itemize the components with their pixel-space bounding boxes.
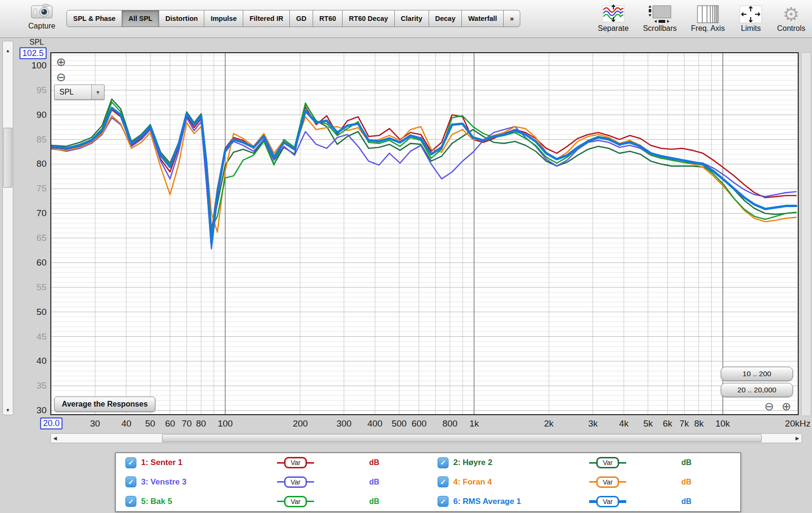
trace-line-stub: [307, 481, 314, 483]
legend-label: 2: Høyre 2: [453, 458, 572, 467]
y-tick-label: 75: [37, 183, 47, 194]
capture-button[interactable]: Capture: [21, 2, 63, 30]
y-tick-label: 35: [37, 380, 47, 391]
tab-waterfall[interactable]: Waterfall: [461, 10, 504, 27]
x-axis-min-field[interactable]: 20.0: [40, 418, 62, 429]
scroll-down-arrow-icon[interactable]: ▼: [3, 408, 13, 413]
spl-mode-dropdown[interactable]: SPL ▼: [54, 85, 105, 100]
var-control: Var: [572, 457, 643, 468]
x-tick-label: 4k: [619, 418, 629, 429]
y-tick-label: 40: [37, 356, 47, 366]
scroll-up-arrow-icon[interactable]: ▲: [3, 48, 13, 53]
legend-checkbox[interactable]: ✓: [438, 476, 449, 487]
tab-[interactable]: »: [503, 10, 520, 27]
x-tick-label: 800: [442, 418, 458, 429]
x-tick-label: 1k: [469, 418, 479, 429]
zoom-in-x-icon[interactable]: ⊕: [782, 400, 791, 413]
x-tick-label: 300: [336, 418, 352, 429]
trace-line-stub: [307, 501, 314, 502]
tab-gd[interactable]: GD: [289, 10, 313, 27]
x-tick-label: 500: [392, 418, 407, 429]
y-tick-label: 50: [37, 307, 47, 317]
dropdown-arrow-icon[interactable]: ▼: [91, 85, 104, 99]
scroll-right-arrow-icon[interactable]: ▶: [795, 434, 799, 443]
var-button[interactable]: Var: [596, 457, 620, 468]
spl-chart: [51, 53, 798, 414]
var-button[interactable]: Var: [284, 457, 307, 468]
y-tick-label: 80: [37, 159, 47, 169]
legend-checkbox[interactable]: ✓: [125, 476, 136, 487]
tab-decay[interactable]: Decay: [429, 10, 462, 27]
tab-rt60[interactable]: RT60: [313, 10, 343, 27]
scrollbars-button[interactable]: Scrollbars: [643, 2, 677, 33]
controls-button[interactable]: ⚙ Controls: [777, 2, 805, 33]
var-control: Var: [260, 496, 331, 507]
x-tick-label: 200: [293, 418, 308, 429]
x-tick-label: 3k: [588, 418, 598, 429]
trace-line-stub: [277, 481, 284, 483]
unit-label: dB: [681, 497, 691, 506]
x-tick-label: 600: [411, 418, 427, 429]
trace-line-stub: [589, 462, 596, 464]
trace-line-stub: [619, 500, 626, 503]
y-tick-label: 90: [37, 110, 47, 120]
legend-label: 5: Bak 5: [141, 497, 260, 506]
horizontal-scrollbar[interactable]: ◀ ▶: [50, 433, 802, 443]
tab-spl-phase[interactable]: SPL & Phase: [67, 10, 122, 27]
freq-axis-button[interactable]: Freq. Axis: [691, 2, 725, 33]
trace-line-stub: [277, 501, 284, 502]
x-tick-label: 5k: [643, 418, 653, 429]
x-tick-label: 20kHz: [785, 418, 811, 429]
tab-filtered-ir[interactable]: Filtered IR: [243, 10, 290, 27]
legend-label: 1: Senter 1: [141, 458, 260, 467]
var-button[interactable]: Var: [596, 476, 620, 488]
vertical-scrollbar-thumb[interactable]: [3, 128, 12, 188]
gear-icon: ⚙: [783, 5, 800, 24]
range-20-20000-button[interactable]: 20 .. 20,000: [721, 383, 793, 397]
legend-item: ✓2: Høyre 2VardB: [428, 453, 740, 473]
zoom-out-x-icon[interactable]: ⊖: [764, 400, 774, 413]
var-button[interactable]: Var: [596, 496, 620, 507]
legend-item: ✓5: Bak 5VardB: [116, 492, 428, 511]
trace-line-stub: [619, 481, 626, 483]
unit-label: dB: [369, 497, 379, 506]
spl-mode-value: SPL: [55, 85, 91, 99]
limits-button[interactable]: Limits: [739, 2, 763, 33]
scroll-left-arrow-icon[interactable]: ◀: [53, 434, 57, 443]
legend-checkbox[interactable]: ✓: [125, 496, 136, 507]
horizontal-scrollbar-thumb[interactable]: [162, 434, 762, 442]
legend-checkbox[interactable]: ✓: [438, 457, 449, 468]
var-control: Var: [260, 476, 331, 488]
range-10-200-button[interactable]: 10 .. 200: [721, 367, 793, 381]
y-tick-label: 65: [37, 233, 47, 243]
zoom-in-y-icon[interactable]: ⊕: [56, 56, 66, 68]
rew-all-spl-window: { "toolbar": { "capture_label": "Capture…: [0, 0, 812, 513]
x-axis: 20.03040506070801002003004005006008001k2…: [51, 416, 802, 431]
var-button[interactable]: Var: [284, 496, 307, 507]
toolbar-tools: Separate Scrollbars: [598, 2, 805, 33]
tab-clarity[interactable]: Clarity: [394, 10, 429, 27]
unit-label: dB: [681, 458, 691, 467]
legend-checkbox[interactable]: ✓: [438, 496, 449, 507]
legend-item: ✓6: RMS Average 1VardB: [428, 492, 740, 511]
var-button[interactable]: Var: [284, 476, 307, 488]
freq-axis-icon: [691, 2, 725, 24]
tab-distortion[interactable]: Distortion: [159, 10, 204, 27]
scrollbars-label: Scrollbars: [643, 24, 677, 33]
x-tick-label: 6k: [663, 418, 672, 429]
tab-all-spl[interactable]: All SPL: [122, 10, 159, 27]
tab-impulse[interactable]: Impulse: [204, 10, 243, 27]
legend-checkbox[interactable]: ✓: [125, 457, 136, 468]
var-control: Var: [572, 496, 643, 507]
plot-area[interactable]: ⊕ ⊖ SPL ▼ Average the Responses 10 .. 20…: [50, 52, 799, 415]
y-axis-max-field[interactable]: 102.5: [19, 48, 47, 59]
capture-label: Capture: [21, 22, 63, 30]
separate-button[interactable]: Separate: [598, 2, 629, 33]
tab-rt60-decay[interactable]: RT60 Decay: [342, 10, 394, 27]
graph-tabs: SPL & PhaseAll SPLDistortionImpulseFilte…: [67, 10, 520, 27]
unit-label: dB: [369, 478, 379, 486]
x-tick-label: 8k: [694, 418, 704, 429]
zoom-out-y-icon[interactable]: ⊖: [56, 71, 66, 83]
vertical-scrollbar[interactable]: ▲ ▼: [2, 41, 13, 415]
average-responses-button[interactable]: Average the Responses: [54, 397, 155, 412]
